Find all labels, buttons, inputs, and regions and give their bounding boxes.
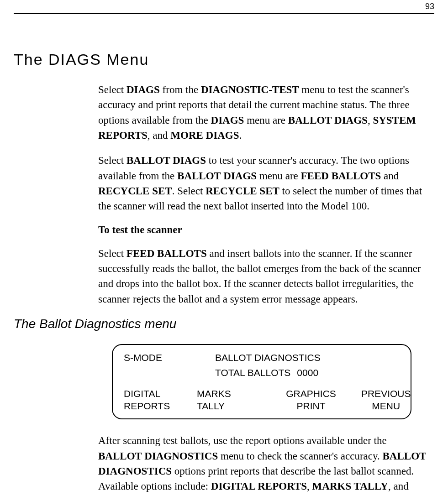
horizontal-rule bbox=[14, 13, 434, 14]
screen-display: S-MODE BALLOT DIAGNOSTICS TOTAL BALLOTS … bbox=[112, 344, 411, 419]
bold-recycle-set-2: RECYCLE SET bbox=[206, 185, 279, 197]
bold-recycle-set: RECYCLE SET bbox=[98, 185, 172, 197]
option-line: MARKS bbox=[197, 387, 270, 400]
body-content: Select DIAGS from the DIAGNOSTIC-TEST me… bbox=[98, 82, 430, 307]
screen-mode: S-MODE bbox=[124, 351, 215, 364]
page: 93 The DIAGS Menu Select DIAGS from the … bbox=[0, 0, 448, 496]
bold-marks-tally: MARKS TALLY bbox=[312, 480, 388, 492]
text: menu to check the scanner's accuracy. bbox=[218, 450, 382, 462]
text: . bbox=[239, 130, 242, 141]
bold-digital-reports: DIGITAL REPORTS bbox=[211, 480, 307, 492]
bold-feed-ballots: FEED BALLOTS bbox=[301, 170, 381, 182]
option-line: MENU bbox=[361, 400, 411, 412]
option-digital-reports: DIGITAL REPORTS bbox=[124, 387, 197, 412]
total-ballots-value: 0000 bbox=[297, 366, 318, 379]
bold-more-diags: MORE DIAGS bbox=[170, 130, 239, 141]
text: Select bbox=[98, 248, 126, 259]
text: from the bbox=[160, 84, 201, 95]
bold-diags-2: DIAGS bbox=[211, 115, 244, 126]
page-number: 93 bbox=[14, 0, 434, 13]
text: menu are bbox=[244, 115, 288, 126]
text: and bbox=[381, 170, 399, 182]
screen-header-row: S-MODE BALLOT DIAGNOSTICS bbox=[124, 351, 400, 364]
bold-ballot-diagnostics: BALLOT DIAGNOSTICS bbox=[98, 450, 218, 462]
paragraph-intro: Select DIAGS from the DIAGNOSTIC-TEST me… bbox=[98, 82, 430, 143]
option-line: GRAPHICS bbox=[270, 387, 352, 400]
text: After scanning test ballots, use the rep… bbox=[98, 435, 387, 446]
bold-ballot-diags: BALLOT DIAGS bbox=[288, 115, 368, 126]
option-line: PRINT bbox=[270, 400, 352, 412]
screen-total-row: TOTAL BALLOTS 0000 bbox=[215, 366, 400, 379]
bold-diags: DIAGS bbox=[126, 84, 160, 95]
text: Select bbox=[98, 84, 126, 95]
bold-feed-ballots: FEED BALLOTS bbox=[126, 248, 207, 259]
option-graphics-print: GRAPHICS PRINT bbox=[270, 387, 352, 412]
total-ballots-label: TOTAL BALLOTS bbox=[215, 366, 290, 379]
text: , and bbox=[148, 130, 170, 141]
text: menu are bbox=[257, 170, 300, 182]
paragraph-ballot-diags: Select BALLOT DIAGS to test your scanner… bbox=[98, 153, 430, 214]
subheading-test-scanner: To test the scanner bbox=[98, 224, 430, 236]
option-line: PREVIOUS bbox=[361, 387, 411, 400]
screen-title: BALLOT DIAGNOSTICS bbox=[215, 351, 400, 364]
text: , bbox=[368, 115, 373, 126]
option-previous-menu: PREVIOUS MENU bbox=[352, 387, 411, 412]
option-line: REPORTS bbox=[124, 400, 197, 412]
text: Select bbox=[98, 155, 126, 166]
paragraph-after-scanning: After scanning test ballots, use the rep… bbox=[98, 433, 430, 496]
screen-content: S-MODE BALLOT DIAGNOSTICS TOTAL BALLOTS … bbox=[98, 344, 430, 496]
option-line: TALLY bbox=[197, 400, 270, 412]
screen-options-row: DIGITAL REPORTS MARKS TALLY GRAPHICS PRI… bbox=[124, 387, 400, 412]
text: , and bbox=[388, 480, 409, 492]
option-marks-tally: MARKS TALLY bbox=[197, 387, 270, 412]
text: . Select bbox=[172, 185, 206, 197]
bold-diagnostic-test: DIAGNOSTIC-TEST bbox=[201, 84, 299, 95]
text: , bbox=[307, 480, 312, 492]
bold-ballot-diags-2: BALLOT DIAGS bbox=[177, 170, 257, 182]
heading-diags-menu: The DIAGS Menu bbox=[14, 51, 434, 68]
bold-ballot-diags: BALLOT DIAGS bbox=[126, 155, 206, 166]
option-line: DIGITAL bbox=[124, 387, 197, 400]
heading-ballot-diagnostics-menu: The Ballot Diagnostics menu bbox=[14, 317, 434, 331]
paragraph-feed-ballots: Select FEED BALLOTS and insert ballots i… bbox=[98, 246, 430, 307]
